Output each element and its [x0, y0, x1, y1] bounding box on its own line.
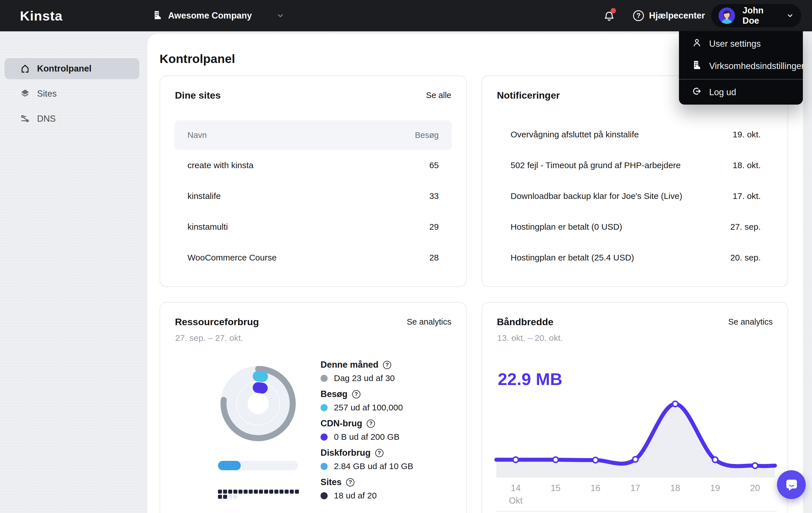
- menu-item-label: Virksomhedsindstillinger: [709, 61, 804, 71]
- table-row[interactable]: kinstalife33: [174, 181, 452, 211]
- site-visits: 29: [429, 222, 439, 232]
- usage-square: [233, 495, 237, 499]
- company-icon: [692, 60, 702, 72]
- user-menu-button[interactable]: John Doe: [711, 4, 801, 27]
- list-item[interactable]: Overvågning afsluttet på kinstalife19. o…: [496, 119, 773, 150]
- help-circle-icon[interactable]: ?: [367, 420, 375, 428]
- sidebar-item-kontrolpanel[interactable]: Kontrolpanel: [5, 58, 139, 79]
- help-circle-icon[interactable]: ?: [375, 449, 383, 457]
- help-circle-icon[interactable]: ?: [352, 390, 360, 398]
- usage-square: [285, 490, 289, 494]
- legend-dot: [321, 463, 328, 470]
- help-center-button[interactable]: ? Hjælpecenter: [633, 0, 705, 31]
- usage-square: [249, 490, 253, 494]
- help-circle-icon[interactable]: ?: [383, 361, 391, 369]
- notifications-card: Notificeringer Overvågning afsluttet på …: [482, 76, 788, 287]
- menu-item-company-settings[interactable]: Virksomhedsindstillinger: [679, 55, 803, 77]
- list-item[interactable]: Hostingplan er betalt (25.4 USD)20. sep.: [496, 242, 773, 273]
- legend-label-text: Sites: [321, 477, 342, 487]
- menu-item-log-out[interactable]: Log ud: [679, 81, 803, 104]
- see-analytics-link[interactable]: Se analytics: [728, 317, 773, 326]
- help-circle-icon[interactable]: ?: [346, 478, 354, 486]
- legend-value: 18 ud af 20: [321, 491, 413, 501]
- sidebar-item-label: DNS: [37, 114, 56, 124]
- legend-label-text: CDN-brug: [321, 418, 362, 429]
- legend-value: Dag 23 ud af 30: [321, 373, 413, 383]
- legend-group: Sites?18 ud af 20: [321, 477, 413, 501]
- see-analytics-link[interactable]: Se analytics: [407, 317, 451, 326]
- usage-square: [269, 490, 273, 494]
- user-name: John Doe: [743, 5, 779, 26]
- home-icon: [20, 63, 30, 74]
- usage-square: [295, 490, 299, 494]
- legend-group: Denne måned?Dag 23 ud af 30: [321, 360, 413, 383]
- x-tick-label: 14: [504, 483, 527, 493]
- page-title: Kontrolpanel: [160, 52, 235, 66]
- x-tick-label: 16: [584, 483, 607, 493]
- usage-square: [243, 490, 248, 494]
- kinsta-logo[interactable]: Kinsta: [20, 8, 63, 24]
- column-visits: Besøg: [415, 131, 439, 140]
- layers-icon: [20, 89, 30, 99]
- topbar: Kinsta Awesome Company ? Hjælpecenter Jo…: [0, 0, 812, 31]
- bandwidth-total: 22.9 MB: [498, 369, 562, 389]
- table-row[interactable]: create with kinsta65: [174, 150, 452, 181]
- usage-donut-chart: [215, 361, 301, 446]
- company-name: Awesome Company: [168, 10, 252, 21]
- notifications-card-title: Notificeringer: [497, 90, 560, 101]
- menu-divider: [679, 79, 803, 80]
- site-name: kinstamulti: [187, 222, 228, 232]
- legend-label-text: Diskforbrug: [321, 448, 371, 458]
- menu-item-user-settings[interactable]: User settings: [679, 33, 803, 55]
- notification-date: 17. okt.: [733, 191, 761, 201]
- legend-value-text: 257 ud af 100,000: [334, 403, 403, 412]
- see-all-link[interactable]: Se alle: [426, 91, 451, 100]
- legend-label: Denne måned?: [321, 360, 413, 370]
- site-visits: 65: [429, 161, 439, 170]
- table-row[interactable]: WooCommerce Course28: [174, 242, 452, 273]
- usage-square: [259, 490, 263, 494]
- divider: [496, 511, 777, 512]
- usage-square: [264, 490, 268, 494]
- notification-text: 502 fejl - Timeout på grund af PHP-arbej…: [511, 161, 680, 170]
- notification-text: Hostingplan er betalt (25.4 USD): [511, 253, 634, 262]
- sidebar: Kontrolpanel Sites DNS: [0, 58, 147, 133]
- main-content: Kontrolpanel Dine sites Se alle Navn Bes…: [147, 34, 803, 513]
- legend-dot: [321, 433, 328, 440]
- list-item[interactable]: Downloadbar backup klar for Joe's Site (…: [496, 181, 773, 211]
- logout-icon: [692, 86, 702, 98]
- chat-launcher-button[interactable]: [777, 470, 806, 499]
- bandwidth-line-chart: [493, 397, 778, 478]
- notification-text: Overvågning afsluttet på kinstalife: [511, 130, 639, 139]
- usage-square: [218, 495, 222, 499]
- notification-date: 20. sep.: [730, 253, 761, 262]
- x-tick-label: 17: [624, 483, 647, 493]
- usage-square: [228, 490, 232, 494]
- x-tick-label: 19: [704, 483, 727, 493]
- legend-dot: [321, 375, 328, 382]
- sidebar-item-sites[interactable]: Sites: [5, 83, 139, 104]
- legend-label: CDN-brug?: [321, 418, 413, 429]
- x-month-label: Okt: [504, 495, 527, 506]
- usage-square: [238, 490, 242, 494]
- usage-square: [223, 495, 227, 499]
- notification-text: Hostingplan er betalt (0 USD): [511, 222, 622, 232]
- resources-card: Ressourceforbrug Se analytics 27. sep. –…: [160, 302, 467, 513]
- site-name: kinstalife: [187, 191, 221, 201]
- bandwidth-card-title: Båndbredde: [497, 316, 553, 327]
- resources-card-title: Ressourceforbrug: [175, 316, 259, 327]
- usage-square: [254, 490, 258, 494]
- notification-date: 27. sep.: [730, 222, 761, 232]
- legend-value-text: 0 B ud af 200 GB: [334, 432, 400, 442]
- table-row[interactable]: kinstamulti29: [174, 211, 452, 242]
- legend-value-text: Dag 23 ud af 30: [334, 373, 395, 383]
- company-selector[interactable]: Awesome Company: [153, 0, 284, 31]
- list-item[interactable]: Hostingplan er betalt (0 USD)27. sep.: [496, 211, 773, 242]
- chevron-down-icon: [277, 12, 284, 20]
- legend-value: 0 B ud af 200 GB: [321, 432, 413, 442]
- list-item[interactable]: 502 fejl - Timeout på grund af PHP-arbej…: [496, 150, 773, 181]
- resources-period: 27. sep. – 27. okt.: [175, 333, 466, 343]
- sidebar-item-dns[interactable]: DNS: [5, 108, 139, 130]
- notifications-bell-button[interactable]: [602, 8, 616, 23]
- bandwidth-period: 13. okt. – 20. okt.: [497, 333, 787, 343]
